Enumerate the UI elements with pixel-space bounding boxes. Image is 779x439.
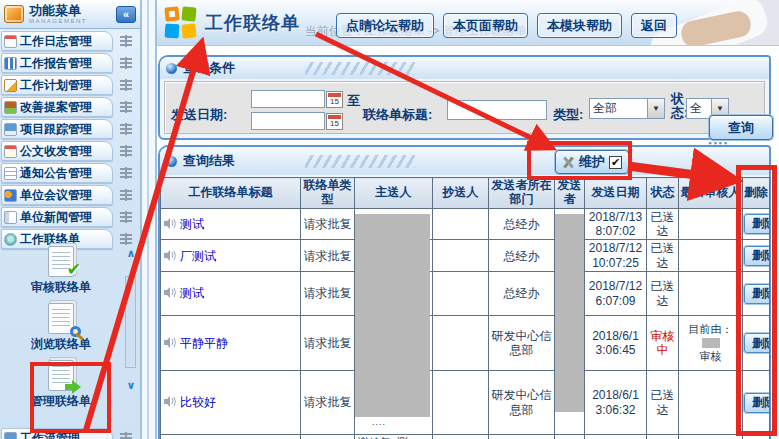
sphere-bullet-icon — [166, 63, 177, 74]
sidebar-item-review-contact-form[interactable]: ✔审核联络单 — [0, 246, 122, 296]
pushpin-icon[interactable] — [120, 168, 132, 178]
sidebar-scrollbar[interactable]: ∧ ∨ — [124, 248, 138, 394]
pushpin-icon[interactable] — [120, 124, 132, 134]
sidebar-item-report[interactable]: 工作报告管理 — [0, 53, 140, 73]
page-title-icon — [165, 7, 197, 39]
workflow-icon — [4, 432, 17, 439]
forum-help-button[interactable]: 点睛论坛帮助 — [336, 13, 434, 38]
delete-button[interactable]: 删除 — [744, 333, 770, 353]
sidebar-item-workflow[interactable]: 工作流管理 — [0, 428, 140, 439]
search-button[interactable]: 查询 — [709, 115, 773, 140]
cell-form-title: 测试 — [161, 208, 301, 240]
sidebar-item-project[interactable]: 项目跟踪管理 — [0, 119, 140, 139]
results-panel-title: 查询结果 — [183, 152, 235, 170]
pushpin-icon[interactable] — [120, 102, 132, 112]
type-label: 类型: — [553, 106, 583, 124]
table-row: 测试请求批复总经办2018/7/138:07:02已送达删除 — [161, 208, 770, 240]
form-title-link[interactable]: 比较好 — [180, 395, 216, 409]
pushpin-icon[interactable] — [120, 146, 132, 156]
cell-department: 研发中心信息部 — [489, 316, 555, 371]
green-arrow-icon — [65, 380, 81, 394]
cell-type: 请求批复 — [301, 208, 355, 240]
pushpin-icon[interactable] — [120, 234, 132, 244]
cell-last-reviewer — [679, 208, 743, 240]
maintain-button[interactable]: 维护 ✔ — [555, 150, 629, 174]
pushpin-icon[interactable] — [120, 433, 132, 439]
table-row-partial: 谢健年, 测 — [161, 435, 770, 439]
pushpin-icon[interactable] — [120, 212, 132, 222]
sidebar-title: 功能菜单 — [29, 4, 87, 17]
sidebar-item-manage-contact-form[interactable]: 管理联络单 — [0, 360, 122, 410]
pushpin-icon[interactable] — [120, 190, 132, 200]
column-header: 最后审核人 — [679, 178, 743, 209]
page-title: 工作联络单 — [205, 11, 300, 35]
cell-cc — [433, 240, 489, 272]
meeting-icon — [4, 189, 17, 202]
sphere-bullet-icon — [166, 156, 177, 167]
sidebar-item-label: 工作联络单 — [20, 231, 80, 248]
scroll-down-icon[interactable]: ∨ — [124, 380, 138, 390]
results-panel-header: ▪▪▪▪ 查询结果 维护 ✔ — [160, 147, 769, 175]
cell-type: 请求批复 — [301, 371, 355, 435]
pushpin-icon[interactable] — [120, 36, 132, 46]
pushpin-icon[interactable] — [120, 58, 132, 68]
sidebar-item-label: 管理联络单 — [31, 393, 91, 410]
calendar-icon[interactable]: 15 — [326, 113, 343, 130]
delete-button[interactable]: 删除 — [744, 393, 770, 413]
collapse-sidebar-button[interactable]: « — [116, 6, 136, 23]
sidebar-item-proposal[interactable]: 改善提案管理 — [0, 97, 140, 117]
column-header: 发送者 — [555, 178, 585, 209]
cell-form-title: 比较好 — [161, 371, 301, 435]
cell-delete: 删除 — [743, 208, 770, 240]
sidebar-item-journal[interactable]: 工作日志管理 — [0, 31, 140, 51]
sidebar-header: 功能菜单 MANAGEMENT « — [0, 0, 140, 29]
stripes-decoration — [305, 62, 415, 75]
sidebar-splitter[interactable] — [140, 0, 157, 439]
sidebar-menu: 工作日志管理工作报告管理工作计划管理改善提案管理项目跟踪管理公文收发管理通知公告… — [0, 31, 140, 251]
contact-icon — [4, 233, 17, 246]
cell-send-date: 2018/7/126:07:09 — [585, 272, 647, 316]
form-title-input[interactable] — [447, 100, 547, 120]
date-from-input[interactable] — [251, 90, 325, 108]
sidebar-item-plan[interactable]: 工作计划管理 — [0, 75, 140, 95]
contact-form-submenu: ✔审核联络单浏览联络单管理联络单 — [0, 246, 122, 417]
sidebar-item-news[interactable]: 单位新闻管理 — [0, 207, 140, 227]
function-menu-icon — [4, 5, 24, 23]
form-title-link[interactable]: 平静平静 — [180, 336, 228, 350]
panel-dots-decoration: ▪▪▪▪ — [708, 138, 729, 148]
sidebar-item-label: 通知公告管理 — [20, 165, 92, 182]
dropdown-arrow-icon[interactable]: ▼ — [647, 99, 664, 118]
delete-button[interactable]: 删除 — [744, 246, 770, 266]
pushpin-icon[interactable] — [120, 80, 132, 90]
delete-button[interactable]: 删除 — [744, 284, 770, 304]
scrollbar-thumb[interactable] — [125, 276, 136, 368]
column-header: 状态 — [647, 178, 679, 209]
cell-send-date: 2018/6/13:06:32 — [585, 371, 647, 435]
delete-button[interactable]: 删除 — [744, 214, 770, 234]
calendar-icon[interactable]: 15 — [326, 91, 343, 108]
column-header: 联络单类型 — [301, 178, 355, 209]
type-select[interactable]: 全部 ▼ — [589, 98, 665, 119]
module-help-button[interactable]: 本模块帮助 — [537, 13, 622, 38]
date-to-input[interactable] — [251, 112, 325, 130]
back-button[interactable]: 返回 — [631, 13, 677, 38]
cell-main-recipient: 谢健年, 测 — [355, 435, 433, 439]
page-help-button[interactable]: 本页面帮助 — [443, 13, 528, 38]
sidebar-item-browse-contact-form[interactable]: 浏览联络单 — [0, 303, 122, 353]
sidebar-item-dispatch[interactable]: 公文收发管理 — [0, 141, 140, 161]
sidebar-item-notice[interactable]: 通知公告管理 — [0, 163, 140, 183]
form-title-link[interactable]: 厂测试 — [180, 249, 216, 263]
sidebar-item-label: 单位会议管理 — [20, 187, 92, 204]
scroll-up-icon[interactable]: ∧ — [124, 248, 138, 258]
form-title-label: 联络单标题: — [363, 106, 432, 124]
maintain-checkbox[interactable]: ✔ — [609, 156, 622, 169]
form-title-link[interactable]: 测试 — [180, 286, 204, 300]
sidebar-item-meeting[interactable]: 单位会议管理 — [0, 185, 140, 205]
form-title-link[interactable]: 测试 — [180, 217, 204, 231]
cell-delete: 删除 — [743, 272, 770, 316]
sidebar-item-label: 单位新闻管理 — [20, 209, 92, 226]
stripes-decoration — [305, 155, 415, 168]
banner-buttons: 点睛论坛帮助本页面帮助本模块帮助返回 — [336, 13, 677, 38]
cell-empty — [433, 435, 489, 439]
document-icon — [48, 360, 74, 391]
